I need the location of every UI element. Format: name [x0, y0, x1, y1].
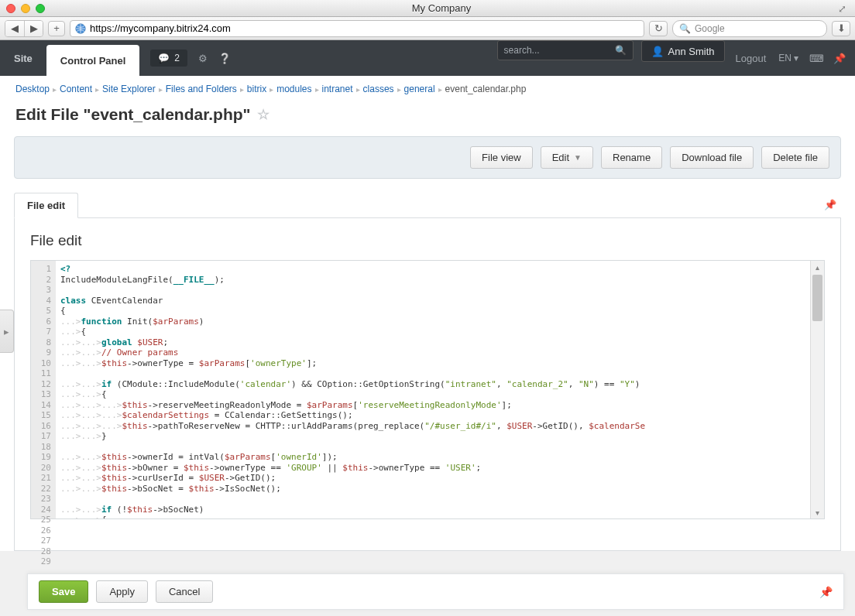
- message-icon: 💬: [158, 53, 170, 63]
- panel-heading: File edit: [30, 232, 825, 249]
- breadcrumb-link[interactable]: Files and Folders: [166, 84, 237, 94]
- help-icon[interactable]: ❔: [218, 53, 231, 64]
- globe-icon: [75, 23, 86, 34]
- breadcrumb: Desktop ▸ Content ▸ Site Explorer ▸ File…: [0, 76, 855, 102]
- logout-link[interactable]: Logout: [736, 40, 767, 76]
- code-area[interactable]: <?IncludeModuleLangFile(__FILE__); class…: [56, 261, 810, 518]
- breadcrumb-link[interactable]: intranet: [322, 84, 353, 94]
- browser-toolbar: ◀ ▶ + https://mycompany.bitrix24.com ↻ 🔍…: [0, 17, 855, 40]
- minimize-window-icon[interactable]: [21, 4, 30, 13]
- edit-button[interactable]: Edit ▼: [541, 146, 593, 169]
- scroll-up-icon[interactable]: ▴: [811, 261, 824, 273]
- star-icon[interactable]: ☆: [257, 106, 270, 123]
- pin-icon[interactable]: 📌: [819, 193, 841, 217]
- cancel-button[interactable]: Cancel: [156, 580, 213, 603]
- messages-badge[interactable]: 💬 2: [150, 50, 187, 67]
- close-window-icon[interactable]: [6, 4, 15, 13]
- chevron-right-icon: ▸: [438, 85, 442, 94]
- zoom-window-icon[interactable]: [36, 4, 45, 13]
- action-bar: File view Edit ▼ Rename Download file De…: [14, 136, 841, 179]
- breadcrumb-link[interactable]: bitrix: [247, 84, 266, 94]
- breadcrumb-link[interactable]: Site Explorer: [102, 84, 156, 94]
- pin-icon[interactable]: 📌: [833, 40, 846, 76]
- tab-site[interactable]: Site: [0, 40, 46, 76]
- mac-titlebar: My Company ⤢: [0, 0, 855, 17]
- back-button[interactable]: ◀: [5, 21, 24, 36]
- scroll-thumb[interactable]: [812, 275, 822, 321]
- editor-scrollbar[interactable]: ▴ ▾: [810, 261, 824, 518]
- pin-icon[interactable]: 📌: [819, 586, 833, 598]
- top-search[interactable]: search... 🔍: [497, 40, 634, 60]
- search-placeholder: search...: [504, 45, 615, 56]
- scroll-down-icon[interactable]: ▾: [811, 506, 824, 518]
- chevron-down-icon: ▾: [794, 53, 798, 63]
- editor-panel: File edit 123456789101112131415161718192…: [14, 218, 841, 551]
- downloads-button[interactable]: ⬇: [832, 21, 850, 36]
- main-content: Desktop ▸ Content ▸ Site Explorer ▸ File…: [0, 76, 855, 551]
- breadcrumb-link[interactable]: general: [404, 84, 435, 94]
- expand-icon[interactable]: ⤢: [838, 3, 849, 14]
- url-bar[interactable]: https://mycompany.bitrix24.com: [70, 20, 644, 37]
- user-name: Ann Smith: [668, 46, 715, 57]
- reload-button[interactable]: ↻: [649, 21, 668, 36]
- keyboard-icon[interactable]: ⌨: [809, 40, 824, 76]
- tab-row: File edit 📌: [14, 193, 841, 218]
- chevron-right-icon: ▸: [240, 85, 244, 94]
- search-icon: 🔍: [679, 23, 691, 34]
- download-button[interactable]: Download file: [670, 146, 754, 169]
- browser-search[interactable]: 🔍 Google: [672, 20, 827, 37]
- chevron-right-icon: ▸: [270, 85, 273, 94]
- user-button[interactable]: 👤 Ann Smith: [641, 40, 725, 62]
- breadcrumb-link[interactable]: Content: [60, 84, 92, 94]
- chevron-right-icon: ▸: [315, 85, 319, 94]
- breadcrumb-current: event_calendar.php: [445, 84, 527, 94]
- chevron-down-icon: ▼: [574, 153, 582, 162]
- search-icon: 🔍: [615, 45, 627, 56]
- chevron-right-icon: ▸: [397, 85, 401, 94]
- code-editor[interactable]: 1234567891011121314151617181920212223242…: [30, 260, 825, 519]
- forward-button[interactable]: ▶: [24, 21, 43, 36]
- window-title: My Company: [45, 2, 838, 14]
- chevron-right-icon: ▸: [159, 85, 163, 94]
- chevron-right-icon: ▸: [95, 85, 99, 94]
- tab-file-edit[interactable]: File edit: [14, 193, 78, 218]
- breadcrumb-link[interactable]: modules: [276, 84, 311, 94]
- delete-button[interactable]: Delete file: [761, 146, 829, 169]
- app-topbar: Site Control Panel 💬 2 ⚙ ❔ search... 🔍 👤…: [0, 40, 855, 76]
- user-icon: 👤: [651, 46, 664, 57]
- gear-icon[interactable]: ⚙: [198, 53, 208, 64]
- language-selector[interactable]: EN ▾: [778, 40, 798, 76]
- message-count: 2: [174, 53, 180, 63]
- breadcrumb-link[interactable]: Desktop: [15, 84, 50, 94]
- page-title: Edit File "event_calendar.php" ☆: [0, 102, 855, 132]
- rename-button[interactable]: Rename: [601, 146, 662, 169]
- url-text: https://mycompany.bitrix24.com: [90, 22, 231, 34]
- bottom-bar: Save Apply Cancel 📌: [27, 573, 844, 610]
- add-tab-button[interactable]: +: [48, 21, 65, 36]
- file-view-button[interactable]: File view: [470, 146, 533, 169]
- side-handle[interactable]: ▸: [0, 310, 14, 353]
- tab-control-panel[interactable]: Control Panel: [46, 45, 140, 76]
- chevron-right-icon: ▸: [356, 85, 360, 94]
- line-gutter: 1234567891011121314151617181920212223242…: [31, 261, 56, 518]
- save-button[interactable]: Save: [39, 580, 88, 603]
- breadcrumb-link[interactable]: classes: [363, 84, 394, 94]
- apply-button[interactable]: Apply: [96, 580, 148, 603]
- chevron-right-icon: ▸: [53, 85, 57, 94]
- search-placeholder: Google: [695, 23, 725, 34]
